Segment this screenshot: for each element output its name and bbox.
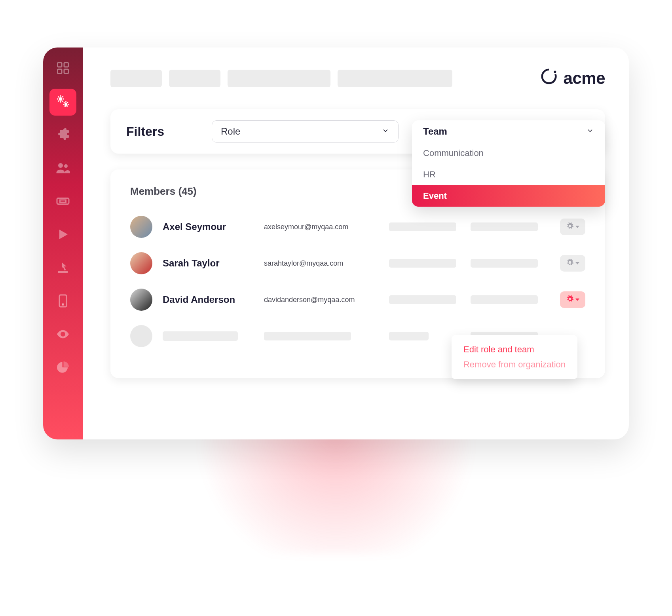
sidebar-item-interact[interactable] <box>49 255 76 282</box>
team-select[interactable]: Team <box>412 120 605 143</box>
filters-label: Filters <box>126 124 164 139</box>
avatar <box>130 216 152 238</box>
sidebar-item-mobile[interactable] <box>49 288 76 315</box>
sidebar-item-play[interactable] <box>49 222 76 249</box>
role-select-label: Role <box>221 126 240 137</box>
svg-rect-9 <box>60 200 66 202</box>
svg-rect-10 <box>58 271 68 273</box>
svg-point-6 <box>58 163 63 168</box>
cell-placeholder <box>264 332 379 340</box>
topbar: acme <box>110 67 605 89</box>
sidebar-item-analytics[interactable] <box>49 355 76 382</box>
filters-controls: Role Team Communication H <box>212 120 589 143</box>
svg-point-13 <box>554 70 556 73</box>
member-row: David Anderson davidanderson@myqaa.com <box>130 281 585 318</box>
avatar-placeholder <box>130 325 152 347</box>
cell-placeholder <box>389 295 460 304</box>
sidebar-item-visibility[interactable] <box>49 321 76 348</box>
play-icon <box>56 227 70 243</box>
pointer-icon <box>56 260 70 276</box>
topbar-placeholders <box>110 70 532 87</box>
sidebar-item-dashboard[interactable] <box>49 55 76 82</box>
member-name: David Anderson <box>163 294 254 305</box>
people-icon <box>56 161 70 177</box>
chevron-down-icon <box>382 126 389 137</box>
team-dropdown: Team Communication HR Event <box>412 120 605 207</box>
svg-point-7 <box>64 164 68 168</box>
main-content: acme Filters Role Team <box>83 48 629 439</box>
svg-rect-2 <box>58 69 62 74</box>
gear-icon <box>566 222 574 232</box>
svg-point-4 <box>59 97 63 101</box>
cell-placeholder <box>389 222 460 231</box>
avatar <box>130 289 152 311</box>
sidebar-item-plugins[interactable] <box>49 122 76 149</box>
gear-icon <box>566 259 574 268</box>
member-email: sarahtaylor@myqaa.com <box>264 259 379 268</box>
puzzle-icon <box>56 127 70 143</box>
brand-logo: acme <box>540 67 605 89</box>
svg-rect-0 <box>58 63 62 67</box>
cell-placeholder <box>163 331 254 341</box>
action-remove-from-org[interactable]: Remove from organization <box>463 357 566 372</box>
member-row: Sarah Taylor sarahtaylor@myqaa.com <box>130 245 585 281</box>
member-name: Sarah Taylor <box>163 258 254 269</box>
svg-point-5 <box>65 103 68 106</box>
brand-name: acme <box>564 69 605 88</box>
member-email: axelseymour@myqaa.com <box>264 223 379 231</box>
topbar-placeholder <box>338 70 452 87</box>
cell-placeholder <box>389 259 460 268</box>
sidebar-item-tickets[interactable] <box>49 188 76 215</box>
team-select-wrap: Team Communication HR Event <box>421 120 589 143</box>
sidebar-item-settings[interactable] <box>49 89 76 116</box>
pie-chart-icon <box>56 360 70 376</box>
topbar-placeholder <box>169 70 220 87</box>
topbar-placeholder <box>110 70 162 87</box>
cell-placeholder <box>389 332 460 340</box>
team-select-label: Team <box>423 126 447 137</box>
cell-placeholder <box>471 259 542 268</box>
member-email: davidanderson@myqaa.com <box>264 296 379 304</box>
team-option-hr[interactable]: HR <box>412 164 605 185</box>
brand-mark-icon <box>540 67 558 89</box>
svg-rect-3 <box>64 69 68 74</box>
cell-placeholder <box>471 295 542 304</box>
row-actions-button[interactable] <box>560 219 585 235</box>
caret-down-icon <box>575 298 579 301</box>
caret-down-icon <box>575 262 579 264</box>
mobile-icon <box>56 294 70 310</box>
row-action-menu: Edit role and team Remove from organizat… <box>452 335 577 379</box>
member-row: Axel Seymour axelseymour@myqaa.com <box>130 209 585 245</box>
caret-down-icon <box>575 226 579 228</box>
sidebar <box>43 48 83 439</box>
sidebar-item-people[interactable] <box>49 155 76 182</box>
filters-card: Filters Role Team <box>110 109 605 154</box>
member-name: Axel Seymour <box>163 221 254 232</box>
chevron-down-icon <box>586 126 594 137</box>
team-option-communication[interactable]: Communication <box>412 143 605 164</box>
row-actions-button[interactable] <box>560 291 585 308</box>
role-select[interactable]: Role <box>212 120 399 143</box>
team-option-event[interactable]: Event <box>412 185 605 207</box>
svg-point-12 <box>63 304 64 305</box>
grid-icon <box>56 61 70 77</box>
gears-icon <box>56 94 70 110</box>
topbar-placeholder <box>228 70 330 87</box>
action-edit-role-team[interactable]: Edit role and team <box>463 342 566 357</box>
avatar <box>130 252 152 274</box>
ticket-icon <box>56 194 70 210</box>
cell-placeholder <box>471 222 542 231</box>
row-actions-button[interactable] <box>560 255 585 272</box>
eye-icon <box>56 327 70 343</box>
app-window: acme Filters Role Team <box>43 48 629 439</box>
gear-icon <box>566 295 574 304</box>
svg-rect-8 <box>57 198 69 204</box>
svg-rect-1 <box>64 63 68 67</box>
